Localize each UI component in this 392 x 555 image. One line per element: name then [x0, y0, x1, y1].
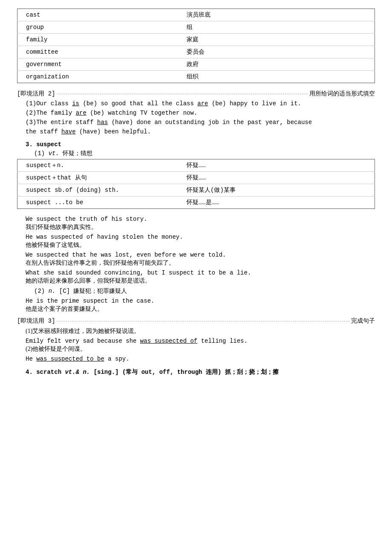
practice3-item2-en: He was suspected to be a spy.: [26, 356, 375, 362]
section2-label: [ 即境活用 2 ] 用所给词的适当形式填空: [17, 90, 375, 98]
practice3-item2-after: a spy.: [104, 356, 130, 362]
section3-sub1: (1) vt. 怀疑；猜想: [34, 150, 375, 157]
item1-answer1: is: [72, 100, 79, 107]
vocab-zh: 政府: [178, 58, 375, 71]
grammar-pattern: suspect ...to be: [17, 197, 179, 209]
practice3-item2-pre: He: [26, 356, 36, 362]
practice3-item1-after: telling lies.: [197, 338, 248, 344]
suspect-ex3-zh: 在别人告诉我们这件事之前，我们怀疑他有可能失踪了。: [26, 259, 375, 267]
sub1-pos: vt.: [49, 150, 59, 157]
vocab-row: committee委员会: [17, 46, 375, 58]
grammar-row: suspect sb.of (doing) sth.怀疑某人(做)某事: [17, 184, 375, 197]
section4-pos: vt.& n.: [65, 369, 90, 376]
vocab-row: organization组织: [17, 71, 375, 83]
grammar-row: suspect ...to be怀疑……是……: [17, 197, 375, 209]
section2-item1: (1)Our class is (be) so good that all th…: [26, 100, 375, 107]
section3-practice-label: [ 即境活用 3 ] 完成句子: [17, 317, 375, 325]
item2-num: (2)The family: [26, 110, 76, 116]
grammar-row: suspect＋that 从句 怀疑……: [17, 172, 375, 184]
section2-item3-line1: (3)The entire staff has (have) done an o…: [26, 119, 375, 126]
section3-word: suspect: [36, 141, 61, 148]
vocab-en: cast: [17, 9, 179, 21]
section2-bracket-close: ]: [52, 90, 55, 97]
practice3-item1-answer: was suspected of: [140, 338, 197, 344]
section2-instruction: 用所给词的适当形式填空: [309, 90, 375, 98]
suspect-ex2-zh: 他被怀疑偷了这笔钱。: [26, 241, 375, 249]
item2-answer: are: [76, 110, 86, 116]
practice3-item1-zh: (1)艾米丽感到很难过，因为她被怀疑说谎。: [26, 327, 375, 335]
suspect-n-ex1-en: He is the prime suspect in the case.: [26, 298, 375, 304]
vocab-en: government: [17, 58, 179, 71]
vocab-zh: 组: [178, 21, 375, 34]
item2-hint: (be) watching TV together now.: [86, 110, 197, 116]
section2-item3-line2: the staff have (have) been helpful.: [26, 128, 375, 135]
section4-word: scratch: [36, 369, 61, 376]
section4-meaning: 抓；刮；挠；划；擦: [225, 369, 279, 376]
item3-hint2: (have) been helpful.: [76, 128, 151, 135]
vocab-row: group组: [17, 21, 375, 34]
vocab-en: committee: [17, 46, 179, 58]
practice3-item1-pre: Emily felt very sad because she: [26, 338, 140, 344]
vocab-row: cast演员班底: [17, 9, 375, 21]
vocab-row: government政府: [17, 58, 375, 71]
practice3-dashes: [57, 321, 349, 321]
vocab-table: cast演员班底group组family家庭committee委员会govern…: [17, 9, 375, 83]
suspect-ex4-zh: 她的话听起来像那么回事，但我怀疑那是谎话。: [26, 277, 375, 285]
grammar-meaning: 怀疑……是……: [178, 197, 375, 209]
practice3-item2-zh: (2)他被怀疑是个间谍。: [26, 345, 375, 353]
grammar-meaning: 怀疑……: [178, 172, 375, 184]
item3-hint1: (have) done an outstanding job in the pa…: [108, 119, 312, 126]
suspect-ex2-en: He was suspected of having stolen the mo…: [26, 234, 375, 240]
section4-note: (常与 out, off, through 连用): [122, 369, 221, 376]
item1-hint2: (be) happy to live in it.: [208, 100, 301, 107]
grammar-pattern: suspect sb.of (doing) sth.: [17, 184, 179, 197]
vocab-zh: 家庭: [178, 34, 375, 46]
bracket3-close: ]: [52, 318, 55, 324]
grammar-row: suspect＋n.怀疑……: [17, 159, 375, 172]
grammar-pattern: suspect＋that 从句: [17, 172, 179, 184]
vocab-en: family: [17, 34, 179, 46]
sub1-label: (1): [34, 150, 45, 157]
section2-title: 即境活用 2: [20, 90, 52, 98]
practice3-label: 即境活用 3: [20, 317, 52, 325]
section3-number: 3.: [26, 141, 33, 148]
grammar-pattern: suspect＋n.: [17, 159, 179, 172]
sub2-label: (2): [34, 288, 45, 295]
vocab-en: group: [17, 21, 179, 34]
sub2-count: [C]: [59, 288, 70, 295]
vocab-zh: 演员班底: [178, 9, 375, 21]
sub2-pos: n.: [49, 288, 56, 295]
item3-continuation: the staff: [26, 128, 61, 135]
practice3-title: 完成句子: [351, 317, 375, 325]
section4-count: [sing.]: [94, 369, 119, 376]
item1-answer2: are: [197, 100, 208, 107]
suspect-n-ex1-zh: 他是这个案子的首要嫌疑人。: [26, 305, 375, 313]
item1-hint1: (be) so good that all the class: [79, 100, 197, 107]
sub2-meaning: 嫌疑犯；犯罪嫌疑人: [73, 288, 127, 295]
section3-sub2: (2) n. [C] 嫌疑犯；犯罪嫌疑人: [34, 287, 375, 295]
item3-num: (3)The entire staff: [26, 119, 97, 126]
suspect-ex4-en: What she said sounded convincing, but I …: [26, 269, 375, 276]
section4-header: 4. scratch vt.& n. [sing.] (常与 out, off,…: [26, 368, 375, 376]
suspect-ex1-en: We suspect the truth of his story.: [26, 216, 375, 223]
item1-num: (1)Our class: [26, 100, 72, 107]
vocab-zh: 委员会: [178, 46, 375, 58]
suspect-ex1-zh: 我们怀疑他故事的真实性。: [26, 223, 375, 231]
grammar-meaning: 怀疑……: [178, 159, 375, 172]
practice3-item2-answer: was suspected to be: [36, 356, 104, 362]
suspect-ex3-en: We suspected that he was lost, even befo…: [26, 251, 375, 258]
sub1-meaning: 怀疑；猜想: [63, 150, 92, 157]
grammar-meaning: 怀疑某人(做)某事: [178, 184, 375, 197]
vocab-en: organization: [17, 71, 179, 83]
vocab-row: family家庭: [17, 34, 375, 46]
suspect-grammar-table: suspect＋n.怀疑……suspect＋that 从句 怀疑……suspec…: [17, 159, 375, 209]
section4-number: 4.: [26, 369, 33, 376]
section2-item2: (2)The family are (be) watching TV toget…: [26, 110, 375, 116]
section3-header: 3. suspect: [26, 141, 375, 148]
item3-answer2: have: [61, 128, 76, 135]
bracket3-open: [: [17, 318, 20, 324]
section2-bracket: [: [17, 90, 20, 97]
section2-dashes: [57, 94, 308, 94]
item3-answer1: has: [97, 119, 108, 126]
page-content: cast演员班底group组family家庭committee委员会govern…: [17, 9, 375, 376]
